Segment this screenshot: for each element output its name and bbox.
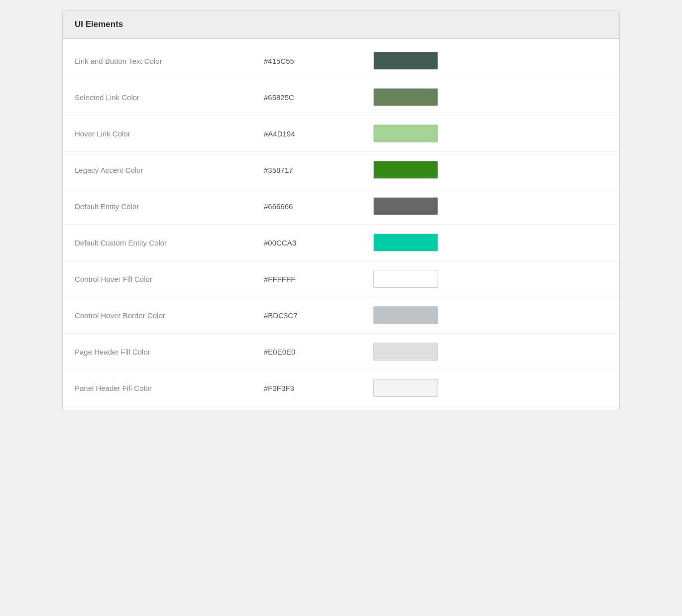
panel-header: UI Elements xyxy=(63,10,619,39)
color-hex-link-button-text-color: #415C55 xyxy=(264,57,373,65)
color-label-default-entity-color: Default Entity Color xyxy=(75,202,264,211)
color-swatch-panel-header-fill-color[interactable] xyxy=(373,379,438,397)
color-label-panel-header-fill-color: Panel Header Fill Color xyxy=(75,384,264,392)
color-swatch-selected-link-color[interactable] xyxy=(373,88,438,106)
ui-elements-panel: UI Elements Link and Button Text Color#4… xyxy=(62,10,620,410)
color-label-hover-link-color: Hover Link Color xyxy=(75,129,264,138)
color-swatch-control-hover-border-color[interactable] xyxy=(373,306,438,324)
color-row-control-hover-fill-color[interactable]: Control Hover Fill Color#FFFFFF xyxy=(63,261,619,297)
color-label-selected-link-color: Selected Link Color xyxy=(75,93,264,102)
color-row-link-button-text-color[interactable]: Link and Button Text Color#415C55 xyxy=(63,43,619,79)
color-row-default-custom-entity-color[interactable]: Default Custom Entity Color#00CCA3 xyxy=(63,225,619,261)
color-hex-legacy-accent-color: #358717 xyxy=(264,166,373,174)
color-hex-control-hover-fill-color: #FFFFFF xyxy=(264,275,373,283)
color-swatch-link-button-text-color[interactable] xyxy=(373,52,438,70)
color-row-page-header-fill-color[interactable]: Page Header Fill Color#E0E0E0 xyxy=(63,334,619,370)
color-hex-panel-header-fill-color: #F3F3F3 xyxy=(264,384,373,392)
color-swatch-legacy-accent-color[interactable] xyxy=(373,161,438,179)
color-label-page-header-fill-color: Page Header Fill Color xyxy=(75,348,264,356)
color-label-link-button-text-color: Link and Button Text Color xyxy=(75,57,264,65)
color-swatch-page-header-fill-color[interactable] xyxy=(373,343,438,361)
color-hex-hover-link-color: #A4D194 xyxy=(264,129,373,138)
color-label-legacy-accent-color: Legacy Accent Color xyxy=(75,166,264,174)
color-hex-default-entity-color: #666666 xyxy=(264,202,373,211)
color-swatch-default-entity-color[interactable] xyxy=(373,197,438,215)
color-row-panel-header-fill-color[interactable]: Panel Header Fill Color#F3F3F3 xyxy=(63,370,619,406)
color-hex-selected-link-color: #65825C xyxy=(264,93,373,102)
panel-title: UI Elements xyxy=(75,19,123,29)
color-row-hover-link-color[interactable]: Hover Link Color#A4D194 xyxy=(63,116,619,152)
color-hex-default-custom-entity-color: #00CCA3 xyxy=(264,239,373,247)
color-row-default-entity-color[interactable]: Default Entity Color#666666 xyxy=(63,188,619,225)
color-swatch-control-hover-fill-color[interactable] xyxy=(373,270,438,288)
color-hex-page-header-fill-color: #E0E0E0 xyxy=(264,348,373,356)
color-swatch-default-custom-entity-color[interactable] xyxy=(373,234,438,251)
color-label-default-custom-entity-color: Default Custom Entity Color xyxy=(75,239,264,247)
color-swatch-hover-link-color[interactable] xyxy=(373,124,438,142)
color-row-control-hover-border-color[interactable]: Control Hover Border Color#BDC3C7 xyxy=(63,297,619,334)
color-row-selected-link-color[interactable]: Selected Link Color#65825C xyxy=(63,79,619,116)
panel-body: Link and Button Text Color#415C55Selecte… xyxy=(63,39,619,410)
color-label-control-hover-border-color: Control Hover Border Color xyxy=(75,311,264,320)
color-label-control-hover-fill-color: Control Hover Fill Color xyxy=(75,275,264,283)
color-hex-control-hover-border-color: #BDC3C7 xyxy=(264,311,373,320)
color-row-legacy-accent-color[interactable]: Legacy Accent Color#358717 xyxy=(63,152,619,188)
